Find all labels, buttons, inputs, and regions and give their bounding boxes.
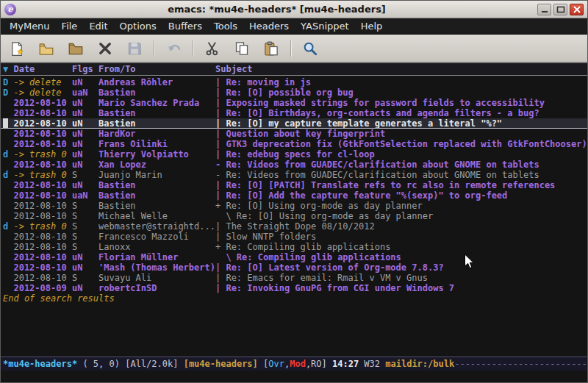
- message-row[interactable]: d-> trash 0Swebmaster@straightd...| The …: [1, 221, 587, 232]
- message-from: Frans Oilinki: [98, 139, 215, 149]
- thread-indicator: \: [215, 211, 237, 221]
- message-row[interactable]: 2012-08-09uNrobertcInSD| Re: Invoking Gn…: [1, 283, 587, 293]
- message-flags: uN: [72, 129, 98, 139]
- menu-item-options[interactable]: Options: [114, 19, 162, 33]
- message-flags: S: [72, 211, 98, 221]
- message-flags: S: [72, 201, 98, 211]
- open-file-button[interactable]: [36, 38, 57, 59]
- message-subject: Re: Emacs for email: Rmail v VM v Gnus: [226, 273, 587, 283]
- message-date: 2012-08-10: [13, 180, 71, 190]
- message-date: -> delete: [13, 77, 71, 87]
- message-row[interactable]: 2012-08-10uNXan Lopez- Re: Videos from G…: [1, 160, 587, 170]
- message-row[interactable]: D-> deleteuNAndreas Röhler| Re: moving i…: [1, 77, 587, 87]
- message-from: Bastien: [98, 118, 215, 128]
- message-flags: uN: [72, 98, 98, 108]
- message-flags: uN: [72, 262, 98, 273]
- message-subject: Re: Invoking GnuPG from CGI under Window…: [226, 283, 587, 293]
- message-subject: Re: Videos from GUADEC/clarification abo…: [226, 160, 587, 170]
- minimize-button[interactable]: [537, 4, 551, 15]
- toolbar: [1, 35, 587, 62]
- modeline-segment-time: 14:27: [332, 359, 359, 369]
- message-from: Suvayu Ali: [98, 273, 215, 283]
- mode-line[interactable]: *mu4e-headers* ( 5, 0) [All/2.0k] [mu4e-…: [1, 357, 587, 371]
- menu-item-headers[interactable]: Headers: [243, 19, 295, 33]
- message-subject: GTK3 deprecation fix (GtkFontSelection r…: [226, 139, 587, 149]
- message-mark: [3, 180, 13, 190]
- message-row[interactable]: 2012-08-10uNFlorian Müllner \ Re: Compil…: [1, 252, 587, 262]
- menu-item-edit[interactable]: Edit: [83, 19, 113, 33]
- message-row[interactable]: 2012-08-10uN'Mash (Thomas Herbert)| Re: …: [1, 262, 587, 273]
- message-row[interactable]: 2012-08-10uNBastien| Re: [O] Birthdays, …: [1, 108, 587, 118]
- message-list: D-> deleteuNAndreas Röhler| Re: moving i…: [1, 77, 587, 293]
- copy-button[interactable]: [232, 38, 252, 59]
- open-file-icon: [39, 41, 54, 56]
- undo-button[interactable]: [163, 38, 184, 59]
- menu-item-mymenu[interactable]: MyMenu: [4, 19, 56, 33]
- message-mark: [3, 273, 13, 283]
- menu-item-buffers[interactable]: Buffers: [162, 19, 208, 33]
- headers-column-header: ▼ Date Flgs From/To Subject: [1, 62, 587, 76]
- message-subject: Re: edebug specs for cl-loop: [226, 149, 587, 160]
- message-mark: d: [3, 170, 13, 180]
- message-row[interactable]: 2012-08-10SSuvayu Ali| Re: Emacs for ema…: [1, 273, 587, 283]
- message-row[interactable]: 2012-08-10uNMario Sanchez Prada| Exposin…: [1, 98, 587, 108]
- modeline-segment-filler: ------------------------------: [454, 359, 587, 369]
- message-row[interactable]: 2012-08-10uNHardKor| Question about key …: [1, 129, 587, 139]
- modeline-segment-plain: [: [258, 359, 268, 369]
- close-button[interactable]: [570, 4, 584, 15]
- headers-buffer: D-> deleteuNAndreas Röhler| Re: moving i…: [1, 76, 587, 357]
- column-flags: Flgs: [72, 63, 98, 75]
- close-buffer-button[interactable]: [95, 38, 115, 59]
- menu-item-file[interactable]: File: [56, 19, 84, 33]
- message-row[interactable]: 2012-08-10uNBastien| Re: [O] my capture …: [1, 118, 587, 129]
- message-date: -> trash 0: [13, 149, 71, 160]
- message-from: Mario Sanchez Prada: [98, 98, 215, 108]
- search-button[interactable]: [300, 38, 320, 59]
- message-flags: uN: [72, 149, 98, 160]
- message-row[interactable]: D-> deleteuaNBastien| Re: [O] possible o…: [1, 87, 587, 98]
- thread-indicator: |: [215, 108, 226, 118]
- message-date: 2012-08-10: [13, 129, 71, 139]
- message-flags: uN: [72, 118, 98, 128]
- maximize-button[interactable]: [553, 4, 567, 15]
- folder-button[interactable]: [65, 38, 86, 59]
- message-row[interactable]: d-> trash 0uNThierry Volpiatto| Re: edeb…: [1, 149, 587, 160]
- thread-indicator: |: [215, 129, 226, 139]
- message-from: Andreas Röhler: [98, 77, 215, 87]
- message-mark: [3, 160, 13, 170]
- message-row[interactable]: 2012-08-10SBastien+ Re: [O] Using org-mo…: [1, 201, 587, 211]
- message-date: -> delete: [13, 87, 71, 98]
- message-from: HardKor: [98, 129, 215, 139]
- thread-indicator: -: [215, 160, 226, 170]
- message-row[interactable]: 2012-08-10uNBastien| Re: [O] [PATCH] Tra…: [1, 180, 587, 190]
- titlebar[interactable]: e emacs: *mu4e-headers* [mu4e-headers]: [1, 1, 587, 18]
- message-row[interactable]: 2012-08-10uaNBastien| Re: [O] Add the ca…: [1, 190, 587, 201]
- message-from: Bastien: [98, 108, 215, 118]
- menu-item-help[interactable]: Help: [355, 19, 389, 33]
- message-mark: [3, 139, 13, 149]
- save-button[interactable]: [124, 38, 145, 59]
- modeline-segment-plain: ( 5, 0) [All/2.0k]: [77, 359, 184, 369]
- message-flags: S: [72, 221, 98, 232]
- cut-button[interactable]: [202, 38, 223, 59]
- message-row[interactable]: 2012-08-10SFrancesco Mazzoli| Slow NNTP …: [1, 232, 587, 242]
- message-row[interactable]: d-> trash 0SJuanjo Marin- Re: Videos fro…: [1, 170, 587, 180]
- toolbar-separator: [154, 40, 154, 57]
- message-mark: [3, 242, 13, 252]
- thread-indicator: \: [215, 252, 237, 262]
- message-subject: Re: Videos from GUADEC/clarification abo…: [226, 170, 587, 180]
- message-row[interactable]: 2012-08-10SMichael Welle \ Re: [O] Using…: [1, 211, 587, 221]
- message-date: 2012-08-10: [13, 211, 71, 221]
- message-row[interactable]: 2012-08-10SLanoxx+ Re: Compiling glib ap…: [1, 242, 587, 252]
- message-row[interactable]: 2012-08-10uNFrans Oilinki| GTK3 deprecat…: [1, 139, 587, 149]
- modeline-segment-plain: ]: [322, 359, 332, 369]
- thread-indicator: |: [215, 283, 226, 293]
- menu-item-yasnippet[interactable]: YASnippet: [295, 19, 355, 33]
- new-file-button[interactable]: [7, 38, 27, 59]
- thread-indicator: +: [215, 242, 226, 252]
- paste-button[interactable]: [261, 38, 282, 59]
- message-date: 2012-08-10: [13, 118, 71, 128]
- minimize-icon: [540, 6, 549, 13]
- menu-item-tools[interactable]: Tools: [208, 19, 243, 33]
- message-subject: Re: Compiling glib applications: [226, 242, 587, 252]
